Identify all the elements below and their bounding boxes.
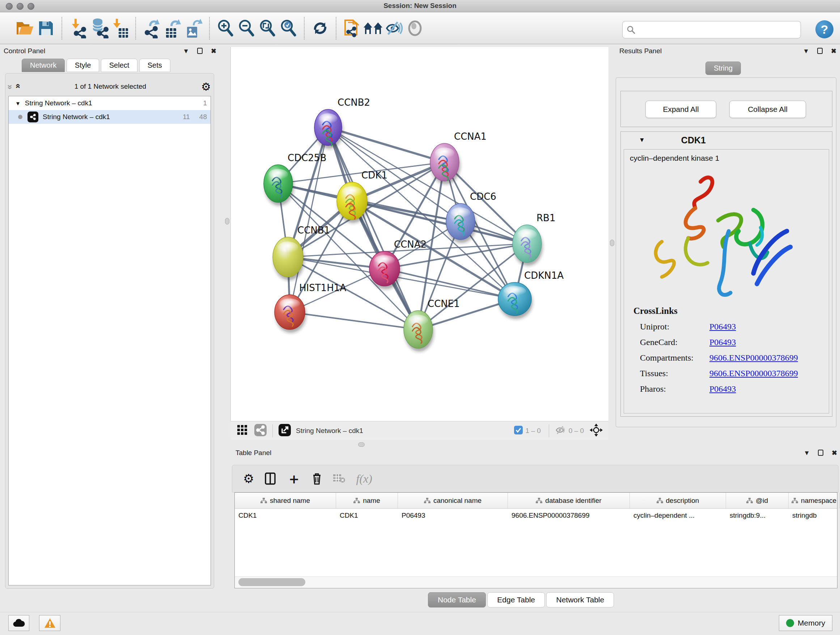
birdseye-grid-icon[interactable] xyxy=(237,424,248,437)
import-network-file-button[interactable] xyxy=(67,17,88,40)
panel-close-icon[interactable]: ✖ xyxy=(832,449,837,456)
network-row[interactable]: String Network – cdk1 11 48 xyxy=(9,110,210,124)
edge-CCNB2-CCNE1[interactable] xyxy=(328,127,418,329)
tab-select[interactable]: Select xyxy=(101,59,138,72)
network-view-canvas[interactable]: CCNB2CCNA1CDC25BCDK1CDC6RB1CCNB1CCNA2CDK… xyxy=(231,47,608,421)
column-header-database-identifier[interactable]: database identifier xyxy=(508,493,630,508)
cloud-status-button[interactable] xyxy=(8,615,29,631)
column-header-name[interactable]: name xyxy=(336,493,398,508)
column-header-shared-name[interactable]: shared name xyxy=(235,493,336,508)
zoom-in-button[interactable] xyxy=(215,17,236,40)
node-CCNA2[interactable]: CCNA2 xyxy=(369,239,426,289)
panel-menu-caret-icon[interactable]: ▼ xyxy=(183,48,189,55)
export-image-button[interactable] xyxy=(183,17,204,40)
column-header-canonical-name[interactable]: canonical name xyxy=(398,493,508,508)
selected-checkbox-icon[interactable] xyxy=(514,425,523,436)
show-columns-icon[interactable] xyxy=(265,472,276,485)
search-input[interactable] xyxy=(636,26,791,34)
crosslink-link[interactable]: 9606.ENSP00000378699 xyxy=(709,353,798,363)
scrollbar-thumb[interactable] xyxy=(238,578,305,586)
hide-selected-button[interactable] xyxy=(384,17,404,40)
edge-CDK1-RB1[interactable] xyxy=(352,201,527,244)
warning-status-button[interactable] xyxy=(39,615,60,631)
center-view-crosshair-icon[interactable] xyxy=(590,424,603,438)
table-cell[interactable]: stringdb xyxy=(789,509,840,524)
table-cell[interactable]: CDK1 xyxy=(235,509,336,524)
tab-network-table[interactable]: Network Table xyxy=(546,592,614,608)
import-network-database-button[interactable] xyxy=(88,17,109,40)
node-CDKN1A[interactable]: CDKN1A xyxy=(498,270,564,319)
import-table-button[interactable] xyxy=(109,17,130,40)
edge-CCNA2-CDKN1A[interactable] xyxy=(385,269,515,299)
column-header-description[interactable]: description xyxy=(630,493,726,508)
tree-expand-caret-icon[interactable]: ▼ xyxy=(15,100,21,106)
export-table-button[interactable] xyxy=(162,17,183,40)
table-options-gear-icon[interactable]: ⚙ xyxy=(243,471,254,486)
save-session-button[interactable] xyxy=(35,17,57,40)
tab-node-table[interactable]: Node Table xyxy=(428,592,486,608)
warning-icon xyxy=(44,618,56,628)
table-cell[interactable]: P06493 xyxy=(398,509,508,524)
selected-count: 1 – 0 xyxy=(525,427,540,435)
panel-menu-caret-icon[interactable]: ▼ xyxy=(803,48,809,55)
network-collection-row[interactable]: ▼ String Network – cdk1 1 xyxy=(9,96,210,110)
panel-menu-caret-icon[interactable]: ▼ xyxy=(804,449,810,456)
horizontal-splitter-grip[interactable] xyxy=(358,442,365,447)
network-share-icon[interactable] xyxy=(254,424,267,438)
crosslink-link[interactable]: P06493 xyxy=(709,322,736,332)
panel-close-icon[interactable]: ✖ xyxy=(211,48,216,55)
tab-sets[interactable]: Sets xyxy=(139,59,171,72)
expand-all-button[interactable]: Expand All xyxy=(645,101,716,118)
share-document-button[interactable] xyxy=(341,17,363,40)
network-list: ▼ String Network – cdk1 1 String Network… xyxy=(8,96,211,585)
tab-string[interactable]: String xyxy=(706,62,741,75)
crosslink-link[interactable]: P06493 xyxy=(709,384,736,394)
open-session-button[interactable] xyxy=(14,17,35,40)
column-header--id[interactable]: @id xyxy=(726,493,789,508)
edge-HIST1H1A-CCNE1[interactable] xyxy=(290,312,418,329)
crosslink-link[interactable]: 9606.ENSP00000378699 xyxy=(709,369,798,378)
crosslink-label: Tissues: xyxy=(633,369,709,378)
panel-float-icon[interactable] xyxy=(817,48,823,55)
node-HIST1H1A[interactable]: HIST1H1A xyxy=(275,282,346,333)
panel-close-icon[interactable]: ✖ xyxy=(831,48,836,55)
collapse-all-button[interactable]: Collapse All xyxy=(729,101,806,118)
tab-network[interactable]: Network xyxy=(22,59,65,72)
show-all-button[interactable] xyxy=(404,17,425,40)
left-splitter-grip[interactable] xyxy=(225,218,229,225)
right-splitter-grip[interactable] xyxy=(610,240,614,246)
memory-button[interactable]: Memory xyxy=(779,615,832,631)
panel-float-icon[interactable] xyxy=(818,449,823,456)
node-RB1[interactable]: RB1 xyxy=(513,212,555,266)
table-cell[interactable]: CDK1 xyxy=(336,509,398,524)
crosslink-row: GeneCard:P06493 xyxy=(633,337,798,347)
table-horizontal-scrollbar[interactable] xyxy=(235,576,837,587)
table-cell[interactable]: 9606.ENSP00000378699 xyxy=(508,509,630,524)
hidden-eye-slash-icon[interactable] xyxy=(555,425,567,437)
node-CCNB1[interactable]: CCNB1 xyxy=(273,225,330,280)
gene-section-header[interactable]: ▼ CDK1 xyxy=(621,132,832,149)
zoom-selected-button[interactable] xyxy=(278,17,299,40)
refresh-view-button[interactable] xyxy=(309,17,331,40)
edge-CCNB2-CCNA1[interactable] xyxy=(328,127,445,162)
home-networks-button[interactable] xyxy=(363,17,384,40)
detach-view-icon[interactable] xyxy=(279,424,291,438)
add-column-icon[interactable]: ＋ xyxy=(286,469,301,489)
help-button[interactable]: ? xyxy=(815,20,834,38)
column-header-namespace[interactable]: namespace xyxy=(789,493,840,508)
table-cell[interactable]: cyclin–dependent ... xyxy=(630,509,726,524)
export-network-button[interactable] xyxy=(141,17,162,40)
tab-style[interactable]: Style xyxy=(66,59,99,72)
node-CCNE1[interactable]: CCNE1 xyxy=(404,298,460,352)
tab-edge-table[interactable]: Edge Table xyxy=(487,592,545,608)
gene-collapse-caret-icon[interactable]: ▼ xyxy=(639,136,645,144)
zoom-fit-button[interactable] xyxy=(257,17,278,40)
crosslink-row: Tissues:9606.ENSP00000378699 xyxy=(633,369,798,378)
panel-float-icon[interactable] xyxy=(197,48,202,55)
zoom-out-button[interactable] xyxy=(236,17,257,40)
table-cell[interactable]: stringdb:9... xyxy=(726,509,789,524)
delete-column-icon[interactable] xyxy=(312,472,322,485)
network-options-gear-icon[interactable]: ⚙ xyxy=(201,80,211,93)
crosslink-link[interactable]: P06493 xyxy=(709,337,736,347)
expand-all-networks-icon[interactable]: » xyxy=(13,85,23,88)
